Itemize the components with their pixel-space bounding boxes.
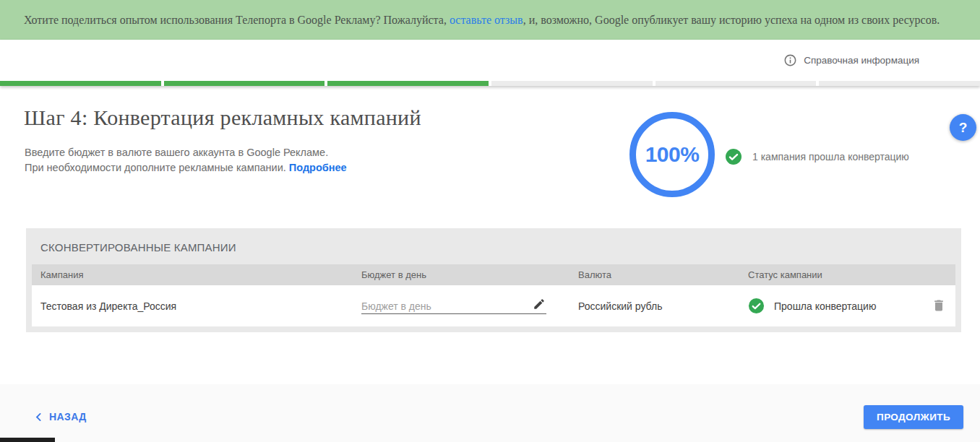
help-label: Справочная информация	[804, 55, 919, 66]
column-header-budget: Бюджет в день	[353, 269, 569, 280]
footer-bar: НАЗАД ПРОДОЛЖИТЬ	[0, 384, 980, 442]
table-row: Тестовая из Директа_Россия Российский ру…	[32, 285, 955, 326]
step-indicator-3[interactable]	[327, 81, 489, 86]
status-cell: Прошла конвертацию	[739, 298, 955, 314]
row-check-circle-icon	[748, 298, 765, 314]
back-label: НАЗАД	[49, 411, 87, 422]
subtitle-line1: Введите бюджет в валюте вашего аккаунта …	[25, 147, 328, 158]
leave-feedback-link[interactable]: оставьте отзыв	[450, 14, 523, 26]
step-indicator-6[interactable]	[819, 81, 980, 86]
chevron-left-icon	[33, 411, 45, 423]
continue-button[interactable]: ПРОДОЛЖИТЬ	[864, 405, 963, 429]
panel-title: СКОНВЕРТИРОВАННЫЕ КАМПАНИИ	[32, 228, 955, 264]
step-progress-bar	[0, 81, 980, 86]
more-link[interactable]: Подробнее	[289, 162, 347, 173]
campaign-name: Тестовая из Директа_Россия	[32, 300, 353, 312]
header-bar: Справочная информация	[0, 40, 980, 81]
step-indicator-5[interactable]	[656, 81, 817, 86]
column-header-status: Статус кампании	[739, 269, 955, 280]
column-header-currency: Валюта	[569, 269, 739, 280]
row-status-text: Прошла конвертацию	[774, 300, 876, 312]
step-indicator-4[interactable]	[491, 81, 653, 86]
edit-budget-button[interactable]	[532, 298, 546, 312]
back-button[interactable]: НАЗАД	[33, 411, 87, 423]
step-indicator-1[interactable]	[0, 81, 161, 86]
browser-link-preview	[0, 438, 55, 442]
hero-section: Шаг 4: Конвертация рекламных кампаний Вв…	[0, 86, 980, 194]
page-subtitle: Введите бюджет в валюте вашего аккаунта …	[25, 145, 347, 176]
pencil-icon	[533, 298, 546, 311]
budget-input-wrap	[361, 298, 546, 314]
subtitle-line2: При необходимости дополните рекламные ка…	[25, 162, 289, 173]
info-icon	[783, 53, 797, 67]
progress-percent: 100%	[645, 142, 700, 167]
trash-icon	[932, 298, 946, 313]
help-fab-button[interactable]: ?	[950, 114, 976, 141]
banner-text-after: , и, возможно, Google опубликует вашу ис…	[523, 14, 940, 26]
app-header: Справочная информация	[0, 40, 980, 86]
budget-input[interactable]	[361, 300, 532, 312]
help-info-button[interactable]: Справочная информация	[783, 53, 919, 67]
converted-campaigns-panel: СКОНВЕРТИРОВАННЫЕ КАМПАНИИ Кампания Бюдж…	[26, 228, 961, 332]
conversion-status: 1 кампания прошла конвертацию	[725, 147, 909, 165]
budget-cell	[353, 298, 569, 314]
user-avatar[interactable]	[935, 47, 963, 74]
progress-circle: 100%	[629, 112, 715, 197]
banner-text-before: Хотите поделиться опытом использования Т…	[24, 14, 450, 26]
feedback-banner: Хотите поделиться опытом использования Т…	[0, 0, 980, 40]
conversion-status-text: 1 кампания прошла конвертацию	[752, 151, 909, 162]
table-header-row: Кампания Бюджет в день Валюта Статус кам…	[32, 264, 955, 285]
check-circle-icon	[725, 148, 742, 165]
page-title: Шаг 4: Конвертация рекламных кампаний	[24, 105, 421, 130]
delete-campaign-button[interactable]	[931, 298, 947, 314]
banner-text: Хотите поделиться опытом использования Т…	[24, 14, 940, 27]
step-indicator-2[interactable]	[164, 81, 325, 86]
currency-value: Российский рубль	[569, 300, 739, 312]
teleport-conversion-page: Хотите поделиться опытом использования Т…	[0, 0, 980, 442]
column-header-campaign: Кампания	[32, 269, 353, 280]
